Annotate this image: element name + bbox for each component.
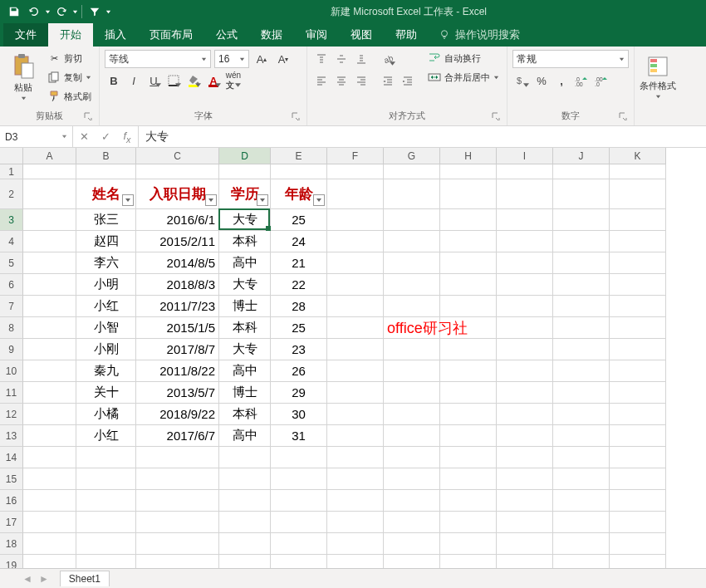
border-button[interactable] [164,71,183,90]
cell-H1[interactable] [440,164,497,179]
col-header-B[interactable]: B [76,148,136,164]
undo-dropdown-icon[interactable] [45,9,51,15]
cell-C2[interactable]: 入职日期 [136,179,219,209]
cell-I3[interactable] [497,209,553,231]
conditional-formatting-button[interactable]: 条件格式 [640,50,676,105]
cell-C15[interactable] [136,468,219,490]
cell-I12[interactable] [497,404,553,425]
cell-F16[interactable] [327,490,384,512]
cell-E12[interactable]: 30 [271,404,327,425]
cell-E14[interactable] [271,447,327,468]
cell-K2[interactable] [610,179,666,209]
cell-B9[interactable]: 小刚 [76,339,136,360]
tab-data[interactable]: 数据 [249,23,294,47]
filter-button-E[interactable] [313,194,325,206]
cell-F4[interactable] [327,231,384,252]
cut-button[interactable]: ✂剪切 [45,50,94,66]
paste-button[interactable]: 粘贴 [5,50,42,105]
cell-B17[interactable] [76,512,136,533]
cell-I4[interactable] [497,231,553,252]
cell-D6[interactable]: 大专 [219,274,271,296]
cell-G3[interactable] [384,209,440,231]
row-header-4[interactable]: 4 [0,231,23,252]
cell-I5[interactable] [497,252,553,274]
cell-J9[interactable] [553,339,610,360]
cell-J4[interactable] [553,231,610,252]
comma-format-button[interactable]: , [552,71,571,90]
font-size-combo[interactable]: 16 [214,50,249,68]
cell-I11[interactable] [497,382,553,404]
cell-B6[interactable]: 小明 [76,274,136,296]
cell-J2[interactable] [553,179,610,209]
underline-button[interactable]: U [145,71,163,90]
row-header-2[interactable]: 2 [0,179,23,209]
row-header-12[interactable]: 12 [0,404,23,425]
cell-G4[interactable] [384,231,440,252]
copy-button[interactable]: 复制 [45,69,94,86]
cell-E6[interactable]: 22 [271,274,327,296]
cell-E5[interactable]: 21 [271,252,327,274]
cell-F18[interactable] [327,533,384,555]
cell-J10[interactable] [553,360,610,382]
sheet-nav-next[interactable]: ► [37,573,51,585]
increase-decimal-button[interactable]: .0.00 [572,71,591,90]
cell-J18[interactable] [553,533,610,555]
col-header-J[interactable]: J [553,148,610,164]
cell-K18[interactable] [610,533,666,555]
cell-E9[interactable]: 23 [271,339,327,360]
row-header-15[interactable]: 15 [0,468,23,490]
name-box[interactable]: D3 [0,126,73,147]
cell-B18[interactable] [76,533,136,555]
col-header-I[interactable]: I [497,148,553,164]
cell-A8[interactable] [23,317,76,339]
cell-G13[interactable] [384,425,440,447]
cell-F14[interactable] [327,447,384,468]
cell-J5[interactable] [553,252,610,274]
cell-H3[interactable] [440,209,497,231]
cell-G5[interactable] [384,252,440,274]
fx-button[interactable]: fx [116,130,138,145]
increase-indent-button[interactable] [399,71,417,90]
cell-B5[interactable]: 李六 [76,252,136,274]
cell-K10[interactable] [610,360,666,382]
cell-J8[interactable] [553,317,610,339]
col-header-G[interactable]: G [384,148,440,164]
tab-view[interactable]: 视图 [339,23,384,47]
cell-B7[interactable]: 小红 [76,296,136,317]
cell-K4[interactable] [610,231,666,252]
filter-button-D[interactable] [257,194,268,206]
cell-C11[interactable]: 2013/5/7 [136,382,219,404]
row-header-13[interactable]: 13 [0,425,23,447]
cell-E16[interactable] [271,490,327,512]
cell-B2[interactable]: 姓名 [76,179,136,209]
cell-D8[interactable]: 本科 [219,317,271,339]
cell-J12[interactable] [553,404,610,425]
cell-G15[interactable] [384,468,440,490]
cell-I19[interactable] [497,555,553,568]
cell-F8[interactable] [327,317,384,339]
cell-A3[interactable] [23,209,76,231]
align-right-button[interactable] [352,71,370,90]
col-header-K[interactable]: K [610,148,666,164]
cell-A12[interactable] [23,404,76,425]
cell-I17[interactable] [497,512,553,533]
col-header-F[interactable]: F [327,148,384,164]
phonetic-button[interactable]: wén文 [224,71,243,90]
cell-H6[interactable] [440,274,497,296]
format-painter-button[interactable]: 格式刷 [45,88,94,105]
font-launcher[interactable] [292,112,302,122]
cell-B16[interactable] [76,490,136,512]
col-header-C[interactable]: C [136,148,219,164]
cell-J11[interactable] [553,382,610,404]
cell-K8[interactable] [610,317,666,339]
cell-D7[interactable]: 博士 [219,296,271,317]
cell-K11[interactable] [610,382,666,404]
align-center-button[interactable] [332,71,351,90]
row-header-7[interactable]: 7 [0,296,23,317]
row-header-10[interactable]: 10 [0,360,23,382]
cell-B10[interactable]: 秦九 [76,360,136,382]
cell-I15[interactable] [497,468,553,490]
filter-toggle-button[interactable] [86,2,104,21]
cell-D2[interactable]: 学历 [219,179,271,209]
cell-A4[interactable] [23,231,76,252]
